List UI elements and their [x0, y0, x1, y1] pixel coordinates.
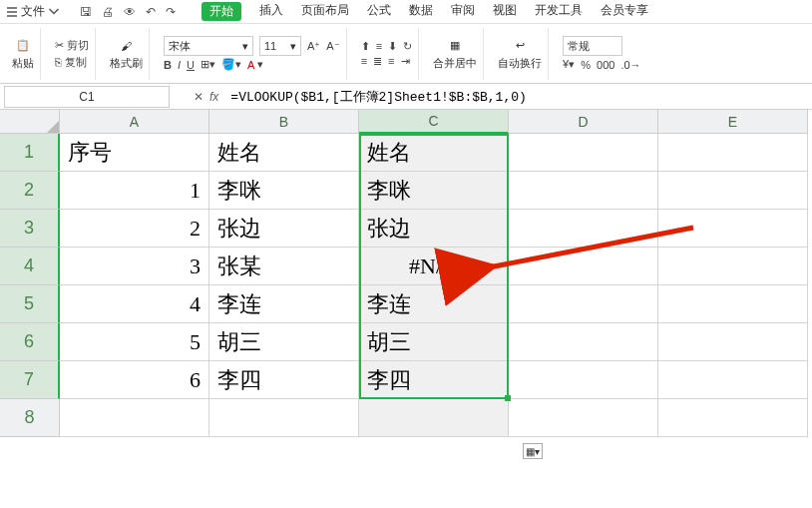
row-header[interactable]: 5 [0, 285, 60, 323]
inc-decimal[interactable]: .0→ [620, 59, 640, 71]
cell-D4[interactable] [509, 248, 658, 285]
format-painter[interactable]: 🖌 格式刷 [110, 37, 143, 71]
cell-E5[interactable] [658, 285, 808, 323]
indent[interactable]: ⇥ [401, 55, 410, 68]
font-color-button[interactable]: A▾ [247, 58, 263, 71]
cell-E1[interactable] [658, 134, 808, 172]
underline-button[interactable]: U [187, 59, 195, 71]
cell-A4[interactable]: 3 [60, 248, 209, 285]
cell-B5[interactable]: 李连 [209, 285, 359, 323]
redo-icon[interactable]: ↷ [166, 5, 176, 19]
cell-D5[interactable] [509, 285, 658, 323]
grow-font[interactable]: A⁺ [307, 40, 320, 53]
number-format[interactable]: 常规 [563, 36, 622, 56]
tab-dev[interactable]: 开发工具 [535, 2, 583, 21]
currency-button[interactable]: ¥▾ [563, 58, 575, 71]
cell-A7[interactable]: 6 [60, 361, 209, 399]
align-bot[interactable]: ⬇ [388, 40, 397, 53]
cell-A6[interactable]: 5 [60, 323, 209, 361]
row-header[interactable]: 1 [0, 134, 60, 172]
italic-button[interactable]: I [178, 59, 181, 71]
cell-D3[interactable] [509, 210, 658, 248]
cell-E3[interactable] [658, 210, 808, 248]
save-icon[interactable]: 🖫 [80, 5, 92, 19]
row-header[interactable]: 7 [0, 361, 60, 399]
align-center[interactable]: ≣ [373, 55, 382, 68]
align-mid[interactable]: ≡ [376, 40, 382, 52]
cell-C4[interactable]: #N/A [359, 248, 509, 285]
cell-D6[interactable] [509, 323, 658, 361]
shrink-font[interactable]: A⁻ [326, 40, 339, 53]
select-all-corner[interactable] [0, 110, 60, 134]
cell-C7[interactable]: 李四 [359, 361, 509, 399]
align-left[interactable]: ≡ [361, 55, 367, 67]
row-header[interactable]: 2 [0, 172, 60, 210]
cell-C2[interactable]: 李咪 [359, 172, 509, 210]
tab-data[interactable]: 数据 [409, 2, 433, 21]
cell-B7[interactable]: 李四 [209, 361, 359, 399]
col-header-C[interactable]: C [359, 110, 509, 134]
cell-E7[interactable] [658, 361, 808, 399]
col-header-D[interactable]: D [509, 110, 658, 134]
cell-D8[interactable] [509, 399, 658, 437]
cell-C8[interactable] [359, 399, 509, 437]
percent-button[interactable]: % [581, 59, 591, 71]
cell-C1[interactable]: 姓名 [359, 134, 509, 172]
cell-C5[interactable]: 李连 [359, 285, 509, 323]
cell-C3[interactable]: 张边 [359, 210, 509, 248]
cell-B6[interactable]: 胡三 [209, 323, 359, 361]
tab-layout[interactable]: 页面布局 [301, 2, 349, 21]
cell-E6[interactable] [658, 323, 808, 361]
cell-B2[interactable]: 李咪 [209, 172, 359, 210]
fx-icon[interactable]: fx [209, 90, 218, 104]
cut-button[interactable]: ✂剪切 [55, 38, 89, 53]
fill-color-button[interactable]: 🪣▾ [221, 58, 241, 71]
align-right[interactable]: ≡ [388, 55, 394, 67]
col-header-A[interactable]: A [60, 110, 209, 134]
tab-home[interactable]: 开始 [202, 2, 241, 21]
undo-icon[interactable]: ↶ [146, 5, 156, 19]
row-header[interactable]: 3 [0, 210, 60, 248]
tab-insert[interactable]: 插入 [259, 2, 283, 21]
fill-options-button[interactable]: ▦▾ [523, 443, 543, 459]
name-box[interactable]: C1 [4, 86, 170, 108]
cancel-formula[interactable]: ✕ [194, 90, 203, 104]
font-select[interactable]: 宋体▾ [164, 36, 253, 56]
cell-A1[interactable]: 序号 [60, 134, 209, 172]
bold-button[interactable]: B [164, 59, 172, 71]
align-top[interactable]: ⬆ [361, 40, 370, 53]
cell-A3[interactable]: 2 [60, 210, 209, 248]
row-header[interactable]: 8 [0, 399, 60, 437]
print-icon[interactable]: 🖨 [102, 5, 114, 19]
preview-icon[interactable]: 👁 [124, 5, 136, 19]
col-header-B[interactable]: B [209, 110, 359, 134]
row-header[interactable]: 6 [0, 323, 60, 361]
border-button[interactable]: ⊞▾ [201, 58, 215, 71]
tab-view[interactable]: 视图 [493, 2, 517, 21]
cell-B4[interactable]: 张某 [209, 248, 359, 285]
wrap-text[interactable]: ↩ 自动换行 [498, 37, 542, 71]
tab-vip[interactable]: 会员专享 [601, 2, 648, 21]
comma-button[interactable]: 000 [597, 59, 614, 71]
paste-button[interactable]: 📋 粘贴 [12, 37, 34, 71]
cell-E8[interactable] [658, 399, 808, 437]
cell-A5[interactable]: 4 [60, 285, 209, 323]
row-header[interactable]: 4 [0, 248, 60, 285]
cell-B3[interactable]: 张边 [209, 210, 359, 248]
cell-E2[interactable] [658, 172, 808, 210]
orientation[interactable]: ↻ [403, 40, 412, 53]
copy-button[interactable]: ⎘复制 [55, 55, 89, 70]
col-header-E[interactable]: E [658, 110, 808, 134]
cell-D7[interactable] [509, 361, 658, 399]
formula-input[interactable]: =VLOOKUP($B1,[工作簿2]Sheet1!$B:$B,1,0) [230, 88, 526, 106]
cell-D1[interactable] [509, 134, 658, 172]
cell-A8[interactable] [60, 399, 209, 437]
merge-center[interactable]: ▦ 合并居中 [433, 37, 477, 71]
cell-A2[interactable]: 1 [60, 172, 209, 210]
tab-review[interactable]: 审阅 [451, 2, 475, 21]
tab-formula[interactable]: 公式 [367, 2, 391, 21]
font-size-select[interactable]: 11▾ [259, 36, 301, 56]
cell-C6[interactable]: 胡三 [359, 323, 509, 361]
cell-B1[interactable]: 姓名 [209, 134, 359, 172]
file-menu[interactable]: 文件 [6, 3, 60, 20]
